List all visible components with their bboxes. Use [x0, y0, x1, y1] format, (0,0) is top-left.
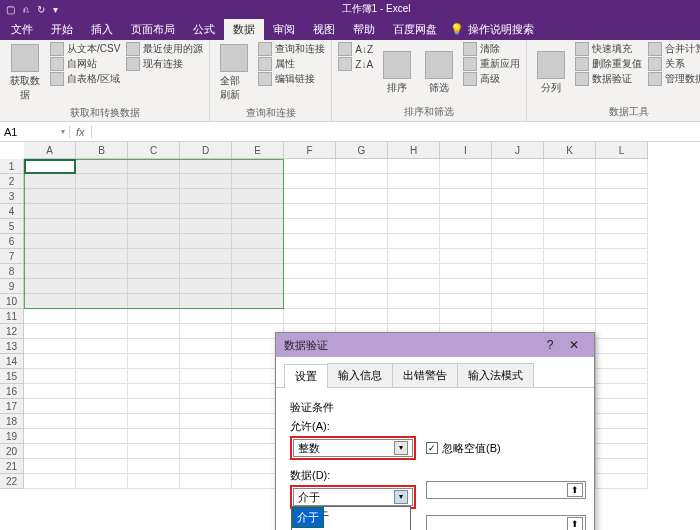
advanced[interactable]: 高级	[463, 72, 520, 86]
reapply[interactable]: 重新应用	[463, 57, 520, 71]
cell[interactable]	[492, 264, 544, 279]
row-header[interactable]: 20	[0, 444, 24, 459]
chevron-down-icon[interactable]: ▾	[394, 490, 408, 504]
cell[interactable]	[76, 264, 128, 279]
cell[interactable]	[492, 204, 544, 219]
col-header[interactable]: F	[284, 142, 336, 159]
col-header[interactable]: E	[232, 142, 284, 159]
cell[interactable]	[24, 339, 76, 354]
cell[interactable]	[284, 234, 336, 249]
cell[interactable]	[388, 279, 440, 294]
tab-help[interactable]: 帮助	[344, 19, 384, 40]
cell[interactable]	[76, 429, 128, 444]
cell[interactable]	[24, 189, 76, 204]
cell[interactable]	[128, 354, 180, 369]
col-header[interactable]: D	[180, 142, 232, 159]
queries-conn[interactable]: 查询和连接	[258, 42, 325, 56]
cell[interactable]	[180, 219, 232, 234]
cell[interactable]	[284, 174, 336, 189]
allow-combo[interactable]: 整数▾	[293, 439, 413, 457]
row-header[interactable]: 15	[0, 369, 24, 384]
row-header[interactable]: 5	[0, 219, 24, 234]
row-header[interactable]: 21	[0, 459, 24, 474]
cell[interactable]	[76, 234, 128, 249]
cell[interactable]	[128, 189, 180, 204]
cell[interactable]	[180, 399, 232, 414]
cell[interactable]	[128, 264, 180, 279]
col-header[interactable]: C	[128, 142, 180, 159]
cell[interactable]	[128, 309, 180, 324]
cell[interactable]	[24, 369, 76, 384]
cell[interactable]	[284, 189, 336, 204]
undo-icon[interactable]: ⎌	[23, 4, 29, 15]
cell[interactable]	[76, 369, 128, 384]
cell[interactable]	[180, 234, 232, 249]
row-header[interactable]: 1	[0, 159, 24, 174]
cell[interactable]	[284, 159, 336, 174]
row-header[interactable]: 14	[0, 354, 24, 369]
row-header[interactable]: 7	[0, 249, 24, 264]
tab-file[interactable]: 文件	[2, 19, 42, 40]
cell[interactable]	[596, 279, 648, 294]
cell[interactable]	[24, 384, 76, 399]
cell[interactable]	[128, 429, 180, 444]
cell[interactable]	[596, 174, 648, 189]
chevron-down-icon[interactable]: ▾	[394, 441, 408, 455]
col-header[interactable]: G	[336, 142, 388, 159]
fx-icon[interactable]: fx	[70, 126, 92, 138]
cell[interactable]	[440, 174, 492, 189]
cell[interactable]	[596, 339, 648, 354]
cell[interactable]	[128, 159, 180, 174]
clear-filter[interactable]: 清除	[463, 42, 520, 56]
cell[interactable]	[128, 174, 180, 189]
cell[interactable]	[544, 279, 596, 294]
cell[interactable]	[336, 249, 388, 264]
refresh-all-button[interactable]: 全部刷新	[216, 42, 252, 104]
cell[interactable]	[336, 204, 388, 219]
cell[interactable]	[336, 279, 388, 294]
cell[interactable]	[180, 444, 232, 459]
cell[interactable]	[544, 294, 596, 309]
cell[interactable]	[440, 264, 492, 279]
cell[interactable]	[128, 459, 180, 474]
cell[interactable]	[596, 234, 648, 249]
cell[interactable]	[492, 279, 544, 294]
cell[interactable]	[232, 309, 284, 324]
consolidate[interactable]: 合并计算	[648, 42, 700, 56]
cell[interactable]	[128, 414, 180, 429]
row-header[interactable]: 13	[0, 339, 24, 354]
sort-button[interactable]: 排序	[379, 42, 415, 103]
cell[interactable]	[180, 384, 232, 399]
cell[interactable]	[180, 189, 232, 204]
cell[interactable]	[128, 279, 180, 294]
cell[interactable]	[24, 264, 76, 279]
cell[interactable]	[76, 159, 128, 174]
cell[interactable]	[24, 159, 76, 174]
cell[interactable]	[596, 369, 648, 384]
cell[interactable]	[76, 339, 128, 354]
cell[interactable]	[232, 174, 284, 189]
row-header[interactable]: 19	[0, 429, 24, 444]
cell[interactable]	[24, 174, 76, 189]
cell[interactable]	[76, 444, 128, 459]
cell[interactable]	[24, 219, 76, 234]
cell[interactable]	[24, 204, 76, 219]
cell[interactable]	[24, 399, 76, 414]
cell[interactable]	[440, 309, 492, 324]
col-header[interactable]: I	[440, 142, 492, 159]
cell[interactable]	[596, 459, 648, 474]
tab-home[interactable]: 开始	[42, 19, 82, 40]
cell[interactable]	[128, 219, 180, 234]
cell[interactable]	[180, 324, 232, 339]
cell[interactable]	[128, 399, 180, 414]
cell[interactable]	[232, 189, 284, 204]
cell[interactable]	[388, 309, 440, 324]
data-combo[interactable]: 介于▾	[293, 488, 413, 506]
cell[interactable]	[232, 234, 284, 249]
tab-error-alert[interactable]: 出错警告	[392, 363, 458, 387]
from-text-csv[interactable]: 从文本/CSV	[50, 42, 120, 56]
row-header[interactable]: 12	[0, 324, 24, 339]
row-header[interactable]: 10	[0, 294, 24, 309]
cell[interactable]	[128, 294, 180, 309]
properties[interactable]: 属性	[258, 57, 325, 71]
